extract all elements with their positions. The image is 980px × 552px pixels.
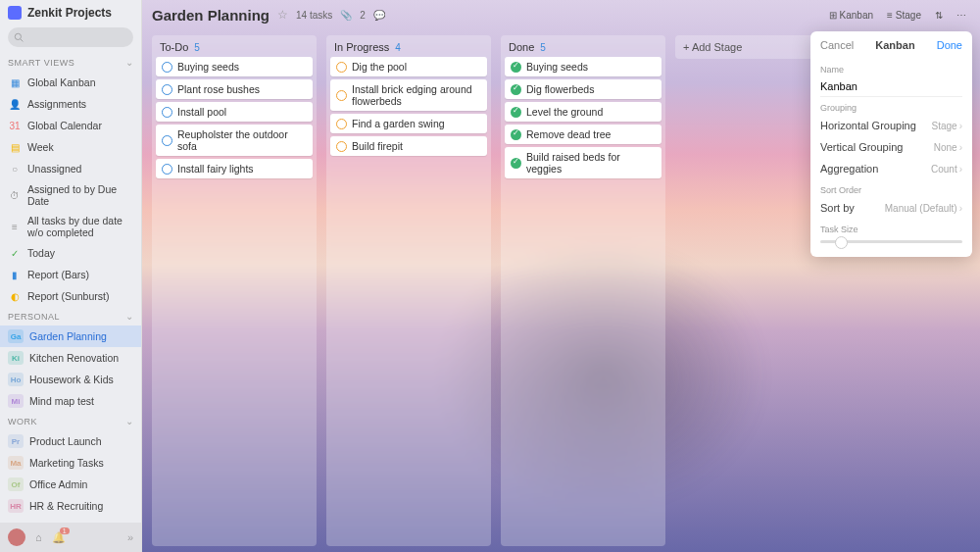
notifications-icon[interactable]: 🔔1 — [52, 531, 66, 544]
card-title: Dig the pool — [352, 61, 407, 73]
card-title: Install fairy lights — [177, 163, 254, 175]
project-badge: Pr — [8, 434, 24, 448]
project-badge: Ma — [8, 456, 24, 470]
sort-by-row[interactable]: Sort by Manual (Default)› — [810, 197, 972, 219]
sidebar-item-label: Unassigned — [27, 163, 81, 175]
attachment-icon: 📎 — [340, 10, 352, 21]
task-card[interactable]: Dig flowerbeds — [505, 79, 662, 99]
home-icon[interactable]: ⌂ — [35, 531, 42, 543]
column-header[interactable]: Done5 — [505, 39, 662, 57]
vertical-grouping-row[interactable]: Vertical Grouping None› — [810, 136, 972, 158]
sidebar: Zenkit Projects SMART VIEWS ⌄ ▦Global Ka… — [0, 0, 142, 552]
task-card[interactable]: Build raised beds for veggies — [505, 147, 662, 178]
card-title: Remove dead tree — [526, 128, 611, 140]
sidebar-item[interactable]: ▦Global Kanban — [0, 72, 141, 93]
project-badge: Mi — [8, 394, 24, 408]
sort-icon[interactable]: ⇅ — [931, 8, 947, 23]
view-kanban-button[interactable]: ⊞Kanban — [825, 8, 877, 23]
task-card[interactable]: Buying seeds — [505, 57, 662, 76]
sidebar-item[interactable]: ▮Report (Bars) — [0, 264, 141, 285]
nav-icon: ◐ — [8, 289, 22, 303]
status-circle-icon — [511, 158, 521, 169]
task-card[interactable]: Plant rose bushes — [156, 79, 313, 99]
sidebar-item[interactable]: ◐Report (Sunburst) — [0, 285, 141, 307]
more-icon[interactable]: ⋯ — [953, 8, 970, 23]
task-card[interactable]: Level the ground — [505, 102, 662, 122]
column-count: 5 — [194, 42, 200, 53]
panel-tasksize-label: Task Size — [810, 219, 972, 236]
status-circle-icon — [336, 62, 347, 73]
task-card[interactable]: Buying seeds — [156, 57, 313, 76]
section-personal[interactable]: PERSONAL ⌄ — [0, 307, 141, 326]
task-card[interactable]: Dig the pool — [330, 57, 487, 76]
nav-icon: ▮ — [8, 268, 22, 281]
favorite-icon[interactable]: ☆ — [277, 8, 288, 22]
task-card[interactable]: Install fairy lights — [156, 159, 313, 178]
section-smart-views[interactable]: SMART VIEWS ⌄ — [0, 53, 141, 72]
sidebar-project-item[interactable]: MiMind map test — [0, 390, 141, 412]
expand-icon[interactable]: » — [127, 531, 133, 543]
sidebar-project-item[interactable]: GaGarden Planning — [0, 326, 141, 347]
task-card[interactable]: Reupholster the outdoor sofa — [156, 125, 313, 156]
board-area: Garden Planning ☆ 14 tasks 📎 2 💬 ⊞Kanban… — [142, 0, 980, 552]
sidebar-item-label: Marketing Tasks — [29, 457, 104, 469]
card-title: Buying seeds — [526, 61, 588, 73]
sidebar-project-item[interactable]: PrProduct Launch — [0, 430, 141, 452]
panel-done-button[interactable]: Done — [937, 39, 962, 51]
nav-icon: ≡ — [8, 220, 22, 233]
task-card[interactable]: Remove dead tree — [505, 125, 662, 144]
sidebar-item-label: HR & Recruiting — [29, 500, 103, 512]
column-name: Done — [509, 41, 534, 53]
sidebar-item[interactable]: ▤Week — [0, 136, 141, 158]
sidebar-item-label: Global Calendar — [27, 120, 102, 131]
sidebar-project-item[interactable]: KiKitchen Renovation — [0, 347, 141, 369]
sidebar-project-item[interactable]: HRHR & Recruiting — [0, 495, 141, 517]
view-stage-button[interactable]: ≡Stage — [883, 8, 925, 23]
section-work[interactable]: WORK ⌄ — [0, 412, 141, 430]
search-input[interactable] — [8, 27, 133, 47]
sidebar-item-label: Mind map test — [29, 395, 94, 407]
chevron-down-icon: ⌄ — [125, 57, 134, 68]
card-title: Install brick edging around flowerbeds — [352, 83, 481, 107]
nav-icon: ○ — [8, 162, 22, 176]
panel-name-input[interactable] — [820, 76, 962, 97]
horizontal-grouping-row[interactable]: Horizontal Grouping Stage› — [810, 115, 972, 136]
status-circle-icon — [511, 129, 521, 140]
user-avatar[interactable] — [8, 528, 25, 546]
task-size-slider[interactable] — [820, 240, 962, 243]
sidebar-item[interactable]: ⏱Assigned to by Due Date — [0, 179, 141, 211]
status-circle-icon — [511, 84, 521, 95]
task-card[interactable]: Install brick edging around flowerbeds — [330, 79, 487, 111]
nav-icon: ▦ — [8, 75, 22, 89]
sidebar-item[interactable]: 👤Assignments — [0, 93, 141, 115]
sidebar-item[interactable]: ○Unassigned — [0, 158, 141, 179]
card-title: Level the ground — [526, 106, 603, 118]
chat-icon[interactable]: 💬 — [373, 10, 385, 21]
kanban-settings-panel: Cancel Kanban Done Name Grouping Horizon… — [810, 31, 972, 257]
sidebar-item[interactable]: ≡All tasks by due date w/o completed — [0, 211, 141, 242]
sidebar-item-label: Global Kanban — [27, 76, 95, 88]
panel-cancel-button[interactable]: Cancel — [820, 39, 854, 51]
nav-icon: 31 — [8, 119, 22, 132]
sidebar-project-item[interactable]: HoHousework & Kids — [0, 369, 141, 390]
task-card[interactable]: Find a garden swing — [330, 114, 487, 133]
sidebar-project-item[interactable]: OfOffice Admin — [0, 474, 141, 495]
sidebar-item[interactable]: ✓Today — [0, 242, 141, 264]
sidebar-item-label: Kitchen Renovation — [29, 352, 119, 364]
board-title: Garden Planning — [152, 7, 270, 24]
task-card[interactable]: Install pool — [156, 102, 313, 122]
column-name: In Progress — [334, 41, 389, 53]
card-title: Install pool — [177, 106, 226, 118]
aggregation-row[interactable]: Aggregation Count› — [810, 158, 972, 179]
project-badge: Ga — [8, 329, 24, 343]
column-header[interactable]: To-Do5 — [156, 39, 313, 57]
status-circle-icon — [162, 62, 172, 73]
sidebar-item-label: All tasks by due date w/o completed — [27, 215, 133, 238]
task-card[interactable]: Build firepit — [330, 136, 487, 156]
column-header[interactable]: In Progress4 — [330, 39, 487, 57]
plus-icon: + — [683, 41, 692, 53]
sidebar-project-item[interactable]: MaMarketing Tasks — [0, 452, 141, 474]
sidebar-item-label: Office Admin — [29, 478, 87, 490]
attachment-count: 2 — [360, 10, 366, 21]
sidebar-item[interactable]: 31Global Calendar — [0, 115, 141, 136]
